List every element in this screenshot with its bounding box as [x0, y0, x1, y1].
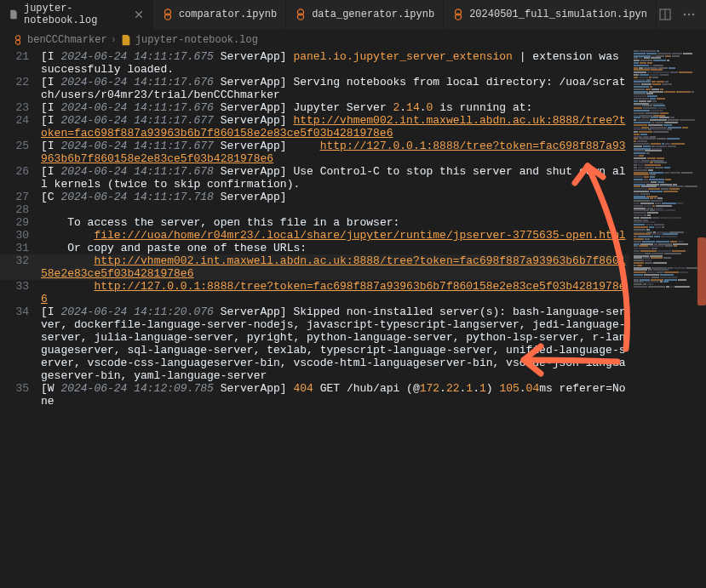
svg-point-1: [164, 14, 170, 20]
line-number: 26: [0, 165, 41, 191]
line-content[interactable]: [C 2024-06-24 14:11:17.718 ServerApp]: [41, 191, 629, 203]
line-number: 24: [0, 114, 41, 140]
line-number: 33: [0, 280, 41, 305]
line-content[interactable]: [I 2024-06-24 14:11:17.676 ServerApp] Ju…: [41, 101, 629, 114]
jupyter-icon: [452, 9, 464, 20]
line-content[interactable]: http://vhmem002.int.maxwell.abdn.ac.uk:8…: [41, 254, 629, 280]
tab-label: comparator.ipynb: [179, 9, 277, 20]
line-number: 22: [0, 76, 41, 101]
line-number: 28: [0, 203, 41, 216]
svg-point-3: [298, 14, 304, 20]
line-number: 21: [0, 50, 41, 76]
close-icon[interactable]: [134, 9, 144, 20]
line-content[interactable]: [W 2024-06-24 14:12:09.785 ServerApp] 40…: [41, 382, 629, 408]
code-line: 24[I 2024-06-24 14:11:17.677 ServerApp] …: [0, 114, 629, 140]
line-content[interactable]: [41, 203, 629, 216]
editor: 21[I 2024-06-24 14:11:17.675 ServerApp] …: [0, 50, 706, 588]
svg-point-10: [692, 14, 694, 15]
svg-point-12: [15, 40, 20, 44]
code-line: 21[I 2024-06-24 14:11:17.675 ServerApp] …: [0, 50, 629, 76]
code-area[interactable]: 21[I 2024-06-24 14:11:17.675 ServerApp] …: [0, 50, 629, 588]
tab-label: data_generator.ipynb: [312, 9, 434, 20]
more-actions-icon[interactable]: [680, 6, 697, 23]
minimap[interactable]: [629, 50, 706, 588]
code-line: 25[I 2024-06-24 14:11:17.677 ServerApp] …: [0, 140, 629, 165]
svg-point-5: [456, 14, 462, 20]
scrollbar[interactable]: [697, 50, 706, 588]
jupyter-icon: [162, 9, 174, 20]
code-line: 35[W 2024-06-24 14:12:09.785 ServerApp] …: [0, 382, 629, 408]
line-number: 23: [0, 101, 41, 114]
line-number: 25: [0, 140, 41, 165]
code-line: 28: [0, 203, 629, 216]
line-content[interactable]: Or copy and paste one of these URLs:: [41, 242, 629, 254]
url-link[interactable]: http://127.0.0.1:8888/tree?token=fac698f…: [41, 280, 626, 305]
code-line: 26[I 2024-06-24 14:11:17.678 ServerApp] …: [0, 165, 629, 191]
scrollbar-thumb[interactable]: [697, 237, 706, 305]
line-number: 32: [0, 254, 41, 280]
code-line: 27[C 2024-06-24 14:11:17.718 ServerApp]: [0, 191, 629, 203]
line-content[interactable]: [I 2024-06-24 14:11:17.677 ServerApp] ht…: [41, 140, 629, 165]
code-line: 32 http://vhmem002.int.maxwell.abdn.ac.u…: [0, 254, 629, 280]
breadcrumb-folder[interactable]: benCCChmarker: [12, 34, 107, 46]
tab-jupyter-log[interactable]: jupyter-notebook.log: [0, 0, 153, 29]
tab-data-generator[interactable]: data_generator.ipynb: [286, 0, 444, 29]
svg-point-9: [688, 14, 690, 15]
tab-label: 20240501_full_simulation.ipyn: [469, 9, 647, 20]
line-content[interactable]: [I 2024-06-24 14:11:17.675 ServerApp] pa…: [41, 50, 629, 76]
code-line: 34[I 2024-06-24 14:11:20.076 ServerApp] …: [0, 305, 629, 382]
code-line: 22[I 2024-06-24 14:11:17.676 ServerApp] …: [0, 76, 629, 101]
line-content[interactable]: [I 2024-06-24 14:11:17.676 ServerApp] Se…: [41, 76, 629, 101]
breadcrumb: benCCChmarker › jupyter-notebook.log: [0, 30, 706, 50]
svg-point-8: [684, 14, 686, 15]
line-number: 29: [0, 216, 41, 229]
code-line: 31 Or copy and paste one of these URLs:: [0, 242, 629, 254]
code-line: 23[I 2024-06-24 14:11:17.676 ServerApp] …: [0, 101, 629, 114]
breadcrumb-separator: ›: [111, 34, 117, 46]
code-line: 33 http://127.0.0.1:8888/tree?token=fac6…: [0, 280, 629, 305]
code-line: 30 file:///uoa/home/r04mr23/.local/share…: [0, 229, 629, 242]
line-content[interactable]: file:///uoa/home/r04mr23/.local/share/ju…: [41, 229, 629, 242]
split-editor-icon[interactable]: [657, 6, 674, 23]
tab-label: jupyter-notebook.log: [24, 3, 129, 26]
url-link[interactable]: file:///uoa/home/r04mr23/.local/share/ju…: [94, 229, 625, 242]
url-link[interactable]: http://vhmem002.int.maxwell.abdn.ac.uk:8…: [41, 254, 626, 280]
line-content[interactable]: [I 2024-06-24 14:11:17.678 ServerApp] Us…: [41, 165, 629, 191]
line-content[interactable]: [I 2024-06-24 14:11:20.076 ServerApp] Sk…: [41, 305, 629, 382]
line-number: 30: [0, 229, 41, 242]
tab-simulation[interactable]: 20240501_full_simulation.ipyn: [444, 0, 657, 29]
tab-comparator[interactable]: comparator.ipynb: [153, 0, 286, 29]
breadcrumb-file[interactable]: jupyter-notebook.log: [120, 34, 258, 46]
code-line: 29 To access the server, open this file …: [0, 216, 629, 229]
jupyter-icon: [295, 9, 307, 20]
line-content[interactable]: To access the server, open this file in …: [41, 216, 629, 229]
line-number: 31: [0, 242, 41, 254]
tabs-bar: jupyter-notebook.log comparator.ipynb da…: [0, 0, 706, 30]
line-number: 35: [0, 382, 41, 408]
file-icon: [9, 9, 19, 20]
line-content[interactable]: http://127.0.0.1:8888/tree?token=fac698f…: [41, 280, 629, 305]
line-content[interactable]: [I 2024-06-24 14:11:17.677 ServerApp] ht…: [41, 114, 629, 140]
svg-point-11: [15, 36, 20, 40]
line-number: 27: [0, 191, 41, 203]
line-number: 34: [0, 305, 41, 382]
